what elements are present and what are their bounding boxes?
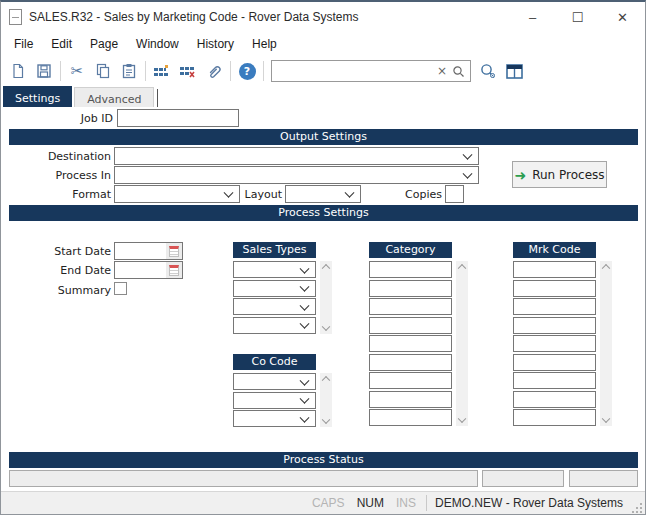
- attachment-button[interactable]: [201, 59, 227, 83]
- tab-settings[interactable]: Settings: [3, 86, 72, 107]
- save-button[interactable]: [31, 59, 57, 83]
- minimize-button[interactable]: –: [510, 2, 555, 32]
- mrk-code-scrollbar[interactable]: [600, 261, 612, 426]
- scroll-down-icon[interactable]: [320, 415, 332, 427]
- close-button[interactable]: ✕: [600, 2, 645, 32]
- process-status-message: [9, 470, 478, 487]
- mrk-code-input[interactable]: [513, 409, 596, 426]
- mrk-code-input[interactable]: [513, 317, 596, 334]
- scroll-down-icon[interactable]: [456, 414, 468, 426]
- destination-label: Destination: [1, 148, 111, 165]
- window-layout-button[interactable]: [501, 59, 527, 83]
- process-status-field-2: [482, 470, 564, 487]
- mrk-code-input[interactable]: [513, 335, 596, 352]
- save-icon: [36, 63, 52, 79]
- co-code-combo[interactable]: [233, 392, 316, 409]
- run-process-button[interactable]: ➜ Run Process: [512, 161, 607, 188]
- start-date-calendar-button[interactable]: [166, 243, 182, 259]
- scroll-up-icon[interactable]: [600, 261, 612, 273]
- mrk-code-header: Mrk Code: [513, 242, 596, 258]
- toolbar-separator: [60, 61, 61, 81]
- end-date-field: [114, 261, 183, 279]
- start-date-input[interactable]: [115, 243, 165, 259]
- status-bar: CAPS NUM INS DEMO.NEW - Rover Data Syste…: [1, 491, 645, 514]
- copy-button[interactable]: [90, 59, 116, 83]
- app-window: SALES.R32 - Sales by Marketing Code - Ro…: [0, 0, 646, 515]
- calendar-icon: [169, 265, 179, 276]
- new-document-button[interactable]: [5, 59, 31, 83]
- calendar-icon: [169, 246, 179, 257]
- scroll-down-icon[interactable]: [600, 414, 612, 426]
- tab-advanced[interactable]: Advanced: [74, 87, 154, 107]
- menu-window[interactable]: Window: [127, 34, 188, 54]
- mrk-code-input[interactable]: [513, 280, 596, 297]
- co-code-combo[interactable]: [233, 410, 316, 427]
- co-code-list: [233, 373, 316, 427]
- category-input[interactable]: [369, 298, 452, 315]
- scroll-down-icon[interactable]: [320, 322, 332, 334]
- summary-checkbox[interactable]: [114, 282, 127, 295]
- layout-combo[interactable]: [285, 185, 361, 203]
- process-settings-header: Process Settings: [9, 205, 638, 221]
- category-input[interactable]: [369, 391, 452, 408]
- category-list: [369, 261, 452, 426]
- end-date-calendar-button[interactable]: [166, 262, 182, 278]
- run-process-label: Run Process: [532, 168, 604, 182]
- maximize-button[interactable]: ☐: [555, 2, 600, 32]
- num-lock-indicator: NUM: [351, 496, 390, 510]
- end-date-input[interactable]: [115, 262, 165, 278]
- paste-button[interactable]: [116, 59, 142, 83]
- category-input[interactable]: [369, 372, 452, 389]
- category-input[interactable]: [369, 354, 452, 371]
- menu-history[interactable]: History: [188, 34, 243, 54]
- category-header: Category: [369, 242, 452, 258]
- cut-button[interactable]: ✂: [64, 59, 90, 83]
- mrk-code-input[interactable]: [513, 298, 596, 315]
- sales-types-scrollbar[interactable]: [320, 261, 332, 334]
- category-scrollbar[interactable]: [456, 261, 468, 426]
- sales-type-combo[interactable]: [233, 280, 316, 297]
- category-input[interactable]: [369, 409, 452, 426]
- co-code-scrollbar[interactable]: [320, 373, 332, 427]
- scroll-up-icon[interactable]: [320, 261, 332, 273]
- mrk-code-input[interactable]: [513, 391, 596, 408]
- scroll-up-icon[interactable]: [320, 373, 332, 385]
- category-input[interactable]: [369, 317, 452, 334]
- toolbar-separator: [263, 61, 264, 81]
- co-code-header: Co Code: [233, 354, 316, 370]
- zoom-preview-button[interactable]: [475, 59, 501, 83]
- sales-type-combo[interactable]: [233, 298, 316, 315]
- sales-type-combo[interactable]: [233, 261, 316, 278]
- search-icon[interactable]: [451, 65, 470, 78]
- toolbar: ✂ ? ×: [1, 56, 645, 86]
- menu-edit[interactable]: Edit: [42, 34, 81, 54]
- insert-rows-button[interactable]: [149, 59, 175, 83]
- search-clear-icon[interactable]: ×: [433, 65, 451, 77]
- menu-file[interactable]: File: [5, 34, 42, 54]
- mrk-code-input[interactable]: [513, 372, 596, 389]
- mrk-code-input[interactable]: [513, 261, 596, 278]
- mrk-code-input[interactable]: [513, 354, 596, 371]
- process-in-combo[interactable]: [114, 166, 479, 184]
- copies-input[interactable]: [445, 185, 464, 203]
- search-input[interactable]: [272, 62, 433, 80]
- menu-help[interactable]: Help: [243, 34, 286, 54]
- delete-rows-button[interactable]: [175, 59, 201, 83]
- resize-grip[interactable]: [631, 502, 643, 514]
- scroll-up-icon[interactable]: [456, 261, 468, 273]
- category-input[interactable]: [369, 335, 452, 352]
- destination-combo[interactable]: [114, 147, 479, 165]
- co-code-combo[interactable]: [233, 373, 316, 390]
- job-id-input[interactable]: [117, 109, 239, 127]
- toolbar-separator: [145, 61, 146, 81]
- zoom-preview-icon: [479, 63, 497, 80]
- help-button[interactable]: ?: [234, 59, 260, 83]
- category-input[interactable]: [369, 280, 452, 297]
- mrk-code-list: [513, 261, 596, 426]
- menu-page[interactable]: Page: [81, 34, 127, 54]
- sales-type-combo[interactable]: [233, 317, 316, 334]
- job-id-label: Job ID: [1, 110, 113, 127]
- category-input[interactable]: [369, 261, 452, 278]
- window-title: SALES.R32 - Sales by Marketing Code - Ro…: [29, 10, 510, 24]
- sales-types-header: Sales Types: [233, 242, 316, 258]
